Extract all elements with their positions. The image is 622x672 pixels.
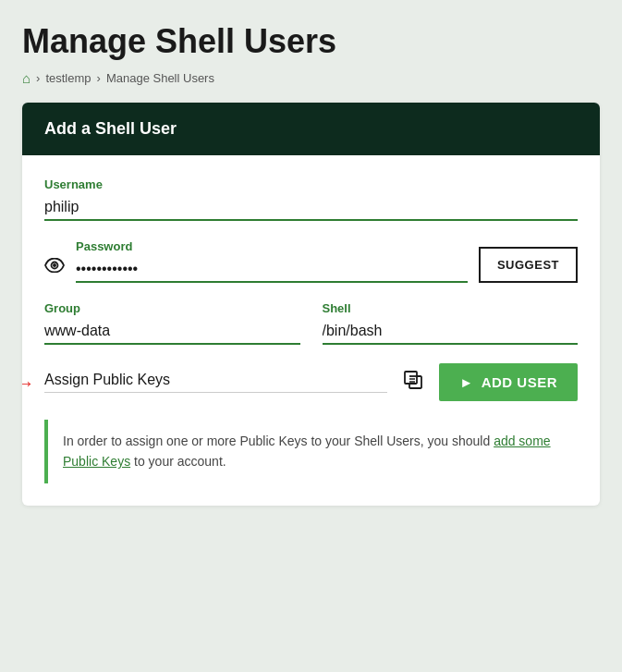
breadcrumb-separator2: › bbox=[97, 71, 101, 85]
add-user-arrow-icon: ► bbox=[459, 374, 473, 390]
suggest-button[interactable]: SUGGEST bbox=[479, 247, 578, 283]
shell-input[interactable] bbox=[323, 319, 579, 345]
breadcrumb: ⌂ › testlemp › Manage Shell Users bbox=[22, 70, 600, 86]
home-icon[interactable]: ⌂ bbox=[22, 70, 30, 86]
info-text-after: to your account. bbox=[130, 454, 226, 469]
copy-icon[interactable] bbox=[402, 369, 424, 397]
password-group: Password SUGGEST bbox=[44, 239, 578, 283]
info-box: In order to assign one or more Public Ke… bbox=[44, 420, 578, 483]
svg-point-1 bbox=[53, 263, 56, 267]
breadcrumb-separator: › bbox=[36, 71, 40, 85]
password-label: Password bbox=[76, 239, 468, 253]
page-title: Manage Shell Users bbox=[22, 22, 600, 61]
card-header: Add a Shell User bbox=[22, 103, 600, 155]
eye-icon[interactable] bbox=[44, 256, 65, 277]
username-input[interactable] bbox=[44, 195, 578, 221]
username-label: Username bbox=[44, 177, 578, 191]
card-body: Username Password SUGGEST Group bbox=[22, 155, 600, 506]
add-user-button[interactable]: ► ADD USER bbox=[439, 363, 578, 401]
assign-label-wrap: Assign Public Keys bbox=[44, 372, 387, 393]
assign-keys-row: → Assign Public Keys ► ADD USER bbox=[44, 363, 578, 401]
info-text-before: In order to assign one or more Public Ke… bbox=[63, 434, 494, 448]
username-group: Username bbox=[44, 177, 578, 221]
group-group: Group bbox=[44, 301, 300, 345]
assign-keys-label: Assign Public Keys bbox=[44, 372, 387, 393]
breadcrumb-current: Manage Shell Users bbox=[106, 71, 214, 85]
group-input[interactable] bbox=[44, 319, 300, 345]
shell-group: Shell bbox=[323, 301, 579, 345]
breadcrumb-testlemp[interactable]: testlemp bbox=[45, 71, 91, 85]
password-field-wrap: Password bbox=[76, 239, 468, 283]
arrow-icon: → bbox=[22, 372, 35, 396]
card-header-title: Add a Shell User bbox=[44, 119, 177, 138]
main-card: Add a Shell User Username Password SUGGE… bbox=[22, 103, 600, 506]
group-label: Group bbox=[44, 301, 300, 315]
group-shell-row: Group Shell bbox=[44, 301, 578, 363]
password-input[interactable] bbox=[76, 257, 468, 283]
shell-label: Shell bbox=[323, 301, 579, 315]
add-user-label: ADD USER bbox=[482, 374, 557, 390]
